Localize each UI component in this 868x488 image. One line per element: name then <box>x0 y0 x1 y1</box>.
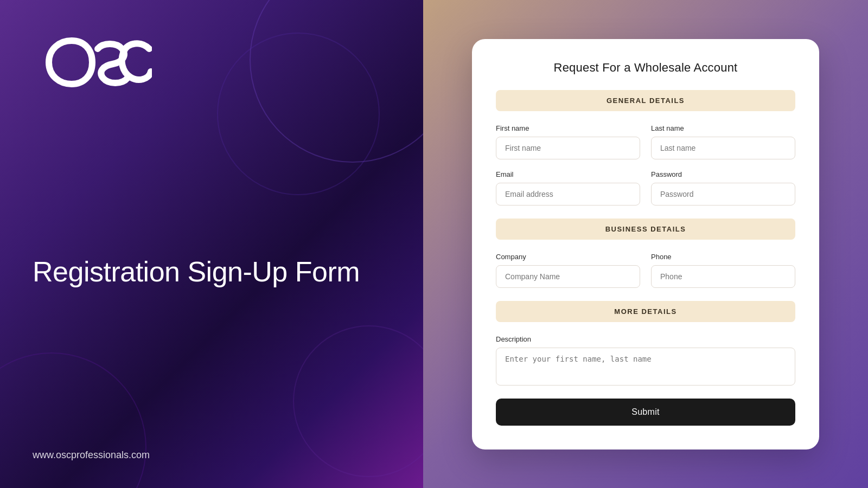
more-details-header: MORE DETAILS <box>496 301 795 322</box>
company-label: Company <box>496 253 640 261</box>
last-name-input[interactable] <box>651 137 795 159</box>
description-label: Description <box>496 335 795 343</box>
general-details-header: GENERAL DETAILS <box>496 90 795 111</box>
left-panel: Registration Sign-Up Form www.oscprofess… <box>0 0 423 488</box>
password-label: Password <box>651 170 795 178</box>
first-name-label: First name <box>496 124 640 132</box>
website-url: www.oscprofessionals.com <box>33 450 391 461</box>
description-group: Description <box>496 335 795 386</box>
name-row: First name Last name <box>496 124 795 159</box>
email-label: Email <box>496 170 640 178</box>
company-phone-row: Company Phone <box>496 253 795 288</box>
phone-input[interactable] <box>651 265 795 288</box>
first-name-input[interactable] <box>496 137 640 159</box>
last-name-label: Last name <box>651 124 795 132</box>
form-title: Request For a Wholesale Account <box>496 61 795 75</box>
form-card: Request For a Wholesale Account GENERAL … <box>472 39 819 450</box>
password-input[interactable] <box>651 183 795 206</box>
logo-container <box>33 33 391 94</box>
first-name-group: First name <box>496 124 640 159</box>
phone-group: Phone <box>651 253 795 288</box>
last-name-group: Last name <box>651 124 795 159</box>
left-content: Registration Sign-Up Form <box>33 255 391 288</box>
osc-logo <box>33 33 152 92</box>
tagline: Registration Sign-Up Form <box>33 255 391 288</box>
right-panel: Request For a Wholesale Account GENERAL … <box>423 0 868 488</box>
password-group: Password <box>651 170 795 206</box>
email-password-row: Email Password <box>496 170 795 206</box>
phone-label: Phone <box>651 253 795 261</box>
email-input[interactable] <box>496 183 640 206</box>
company-input[interactable] <box>496 265 640 288</box>
decorative-circle-3 <box>0 352 146 488</box>
description-textarea[interactable] <box>496 348 795 386</box>
company-group: Company <box>496 253 640 288</box>
email-group: Email <box>496 170 640 206</box>
submit-button[interactable]: Submit <box>496 399 795 426</box>
business-details-header: BUSINESS DETAILS <box>496 219 795 240</box>
